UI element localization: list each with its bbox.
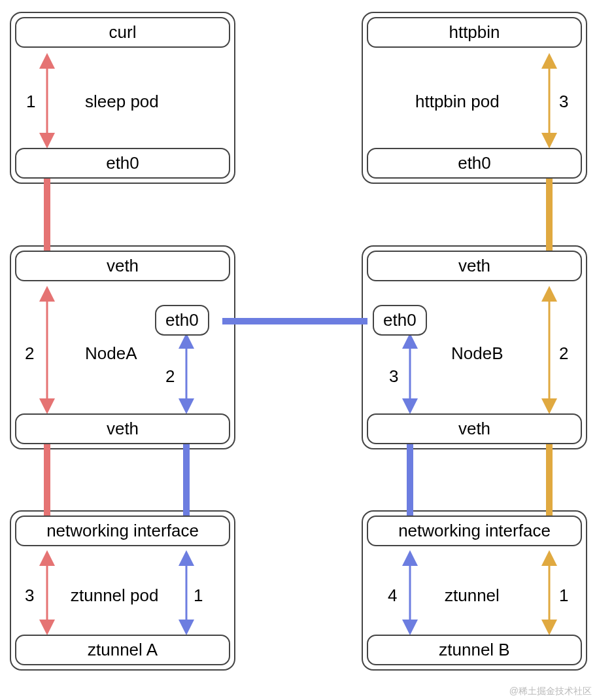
ztunnelB-left-4-label: 4 xyxy=(388,586,397,606)
nodeB-left-3-label: 3 xyxy=(389,366,398,387)
nodeA-label: NodeA xyxy=(85,343,137,364)
httpbin-eth0-box: eth0 xyxy=(367,148,582,179)
ztunnelB-box: ztunnel B xyxy=(367,635,582,665)
nodeA-veth-top: veth xyxy=(15,251,230,281)
httpbin-box: httpbin xyxy=(367,17,582,48)
ztunnelB-label: ztunnel xyxy=(445,586,500,606)
ztunnelA-box: ztunnel A xyxy=(15,635,230,665)
nodeA-eth0: eth0 xyxy=(155,305,209,336)
sleep-pod-label: sleep pod xyxy=(85,92,159,112)
ztunnelA-netif: networking interface xyxy=(15,516,230,546)
ztunnelA-right-1-label: 1 xyxy=(194,586,203,606)
httpbin-pod-label: httpbin pod xyxy=(415,92,500,112)
ztunnelA-left-3-label: 3 xyxy=(25,586,34,606)
httpbin-arrow-3-label: 3 xyxy=(559,92,568,112)
nodeA-veth-bottom: veth xyxy=(15,413,230,444)
nodeA-right-2-label: 2 xyxy=(165,366,175,387)
sleep-eth0-box: eth0 xyxy=(15,148,230,179)
nodeB-veth-bottom: veth xyxy=(367,413,582,444)
nodeB-label: NodeB xyxy=(451,343,503,364)
watermark: @稀土掘金技术社区 xyxy=(509,686,592,697)
curl-box: curl xyxy=(15,17,230,48)
nodeB-veth-top: veth xyxy=(367,251,582,281)
ztunnelB-netif: networking interface xyxy=(367,516,582,546)
ztunnelA-label: ztunnel pod xyxy=(71,586,158,606)
nodeA-left-2-label: 2 xyxy=(25,343,34,364)
nodeB-right-2-label: 2 xyxy=(559,343,568,364)
sleep-arrow-1-label: 1 xyxy=(26,92,35,112)
nodeB-eth0: eth0 xyxy=(373,305,427,336)
ztunnelB-right-1-label: 1 xyxy=(559,586,568,606)
